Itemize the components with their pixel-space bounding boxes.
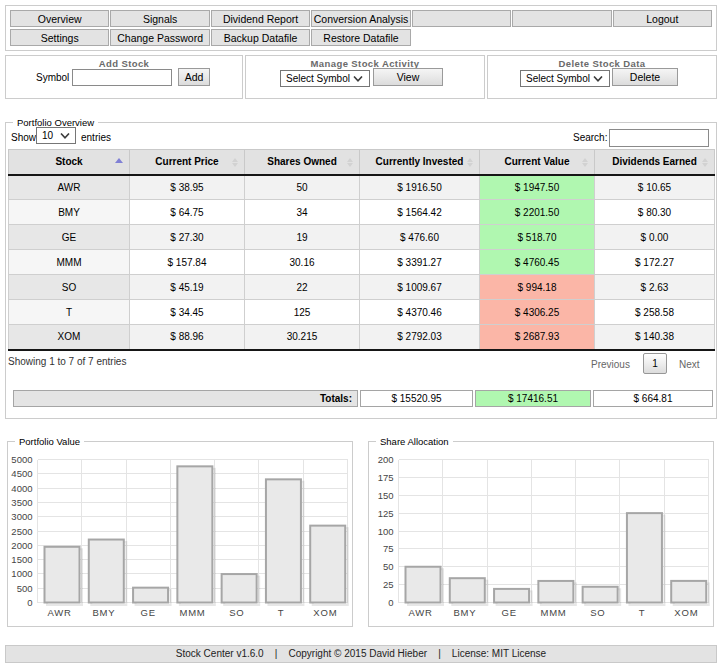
svg-text:4000: 4000 bbox=[11, 483, 32, 494]
svg-text:0: 0 bbox=[388, 597, 393, 608]
svg-text:2500: 2500 bbox=[11, 526, 32, 537]
svg-text:75: 75 bbox=[383, 543, 394, 554]
svg-text:MMM: MMM bbox=[540, 607, 566, 618]
svg-text:0: 0 bbox=[27, 597, 32, 608]
svg-text:500: 500 bbox=[17, 583, 33, 594]
svg-text:MMM: MMM bbox=[179, 607, 205, 618]
svg-text:1500: 1500 bbox=[11, 554, 32, 565]
svg-text:BMY: BMY bbox=[453, 607, 476, 618]
svg-text:175: 175 bbox=[378, 472, 394, 483]
svg-text:4500: 4500 bbox=[11, 468, 32, 479]
svg-text:100: 100 bbox=[378, 526, 394, 537]
svg-text:25: 25 bbox=[383, 579, 394, 590]
svg-text:150: 150 bbox=[378, 490, 394, 501]
svg-text:AWR: AWR bbox=[409, 607, 433, 618]
svg-text:GE: GE bbox=[502, 607, 517, 618]
svg-text:3500: 3500 bbox=[11, 497, 32, 508]
svg-text:XOM: XOM bbox=[674, 607, 698, 618]
svg-text:5000: 5000 bbox=[11, 454, 32, 465]
svg-text:GE: GE bbox=[141, 607, 156, 618]
svg-text:T: T bbox=[278, 607, 285, 618]
svg-text:T: T bbox=[639, 607, 646, 618]
svg-text:AWR: AWR bbox=[48, 607, 72, 618]
svg-text:1000: 1000 bbox=[11, 568, 32, 579]
svg-text:200: 200 bbox=[378, 454, 394, 465]
svg-text:XOM: XOM bbox=[313, 607, 337, 618]
svg-text:SO: SO bbox=[590, 607, 605, 618]
svg-text:2000: 2000 bbox=[11, 540, 32, 551]
svg-text:3000: 3000 bbox=[11, 511, 32, 522]
svg-text:BMY: BMY bbox=[92, 607, 115, 618]
svg-text:SO: SO bbox=[229, 607, 244, 618]
svg-text:50: 50 bbox=[383, 561, 394, 572]
svg-text:125: 125 bbox=[378, 508, 394, 519]
